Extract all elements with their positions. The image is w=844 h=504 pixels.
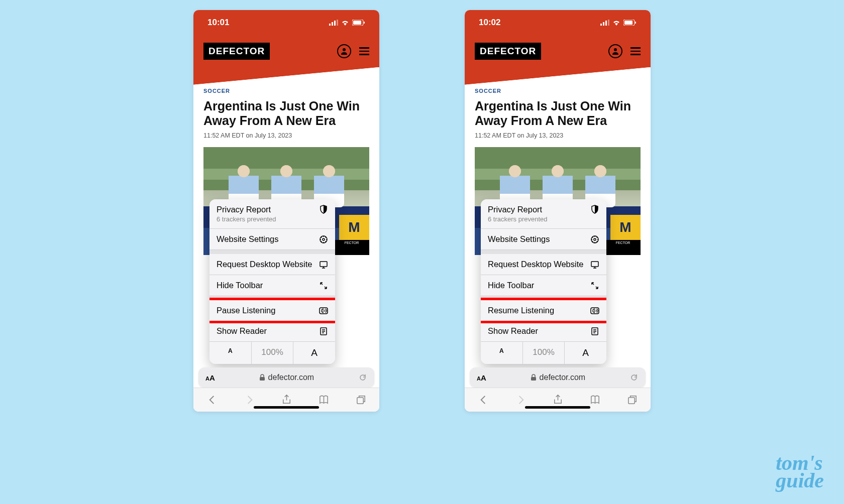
menu-icon[interactable]	[630, 47, 641, 55]
svg-rect-0	[329, 24, 331, 26]
address-domain: defector.com	[268, 373, 314, 382]
zoom-increase[interactable]: A	[565, 342, 606, 364]
phone-screenshot-left: 10:01 DEFECTOR SOCCER Argentina Is Just …	[193, 10, 379, 412]
svg-rect-29	[628, 398, 634, 404]
reload-icon[interactable]	[358, 373, 367, 382]
status-time: 10:01	[207, 18, 229, 28]
header-diagonal	[193, 67, 379, 85]
forward-icon[interactable]	[515, 394, 526, 406]
svg-point-9	[323, 238, 325, 240]
svg-rect-5	[353, 21, 361, 25]
expand-icon	[590, 281, 599, 290]
site-logo[interactable]: DEFECTOR	[203, 43, 270, 60]
menu-icon[interactable]	[359, 47, 369, 55]
lock-icon	[531, 374, 537, 381]
article-timestamp: 11:52 AM EDT on July 13, 2023	[203, 132, 369, 139]
reload-icon[interactable]	[629, 373, 639, 382]
svg-rect-18	[608, 20, 609, 26]
aa-button[interactable]: AA	[477, 373, 486, 382]
share-icon[interactable]	[281, 394, 292, 406]
menu-hide-toolbar[interactable]: Hide Toolbar	[209, 275, 335, 296]
shield-icon	[590, 205, 599, 214]
address-bar[interactable]: AA defector.com	[470, 367, 646, 388]
menu-show-reader[interactable]: Show Reader	[209, 321, 335, 342]
site-header: DEFECTOR	[193, 35, 379, 67]
svg-rect-16	[603, 22, 604, 26]
menu-zoom-row: A 100% A	[209, 342, 335, 364]
site-logo[interactable]: DEFECTOR	[475, 43, 541, 60]
aa-menu: Privacy Report 6 trackers prevented Webs…	[481, 199, 606, 364]
speaker-icon	[590, 306, 599, 315]
address-domain: defector.com	[540, 373, 586, 382]
menu-show-reader[interactable]: Show Reader	[481, 321, 606, 342]
aa-button[interactable]: AA	[205, 373, 215, 382]
status-icons	[600, 20, 637, 26]
desktop-icon	[590, 260, 599, 269]
aa-menu: Privacy Report 6 trackers prevented Webs…	[209, 199, 335, 364]
menu-privacy-report[interactable]: Privacy Report 6 trackers prevented	[209, 199, 335, 229]
svg-rect-28	[531, 377, 536, 381]
cellular-icon	[329, 20, 338, 26]
menu-privacy-title: Privacy Report	[217, 205, 276, 214]
gear-icon	[319, 235, 328, 244]
svg-rect-25	[591, 262, 598, 267]
gear-icon	[590, 235, 599, 244]
site-header: DEFECTOR	[465, 35, 651, 67]
zoom-percent[interactable]: 100%	[523, 342, 565, 364]
menu-resume-listening[interactable]: Resume Listening	[481, 298, 606, 323]
menu-request-desktop[interactable]: Request Desktop Website	[209, 254, 335, 275]
home-indicator	[254, 406, 319, 409]
wifi-icon	[612, 20, 620, 26]
share-icon[interactable]	[552, 394, 564, 406]
profile-icon[interactable]	[608, 44, 622, 58]
status-time: 10:02	[479, 18, 500, 28]
status-bar: 10:01	[193, 10, 379, 35]
svg-rect-21	[635, 22, 636, 24]
menu-privacy-title: Privacy Report	[488, 205, 548, 214]
forward-icon[interactable]	[244, 394, 255, 406]
menu-website-settings[interactable]: Website Settings	[481, 229, 606, 250]
battery-icon	[623, 20, 637, 26]
phone-screenshot-right: 10:02 DEFECTOR SOCCER Argentina Is Just …	[465, 10, 651, 412]
svg-rect-14	[357, 398, 363, 404]
status-bar: 10:02	[465, 10, 651, 35]
back-icon[interactable]	[478, 394, 489, 406]
menu-zoom-row: A 100% A	[481, 342, 606, 364]
article-headline: Argentina Is Just One Win Away From A Ne…	[203, 99, 369, 128]
menu-privacy-sub: 6 trackers prevented	[488, 215, 548, 223]
zoom-percent[interactable]: 100%	[252, 342, 294, 364]
svg-rect-6	[364, 22, 365, 24]
svg-point-24	[594, 238, 596, 240]
header-diagonal	[465, 67, 651, 85]
svg-point-7	[343, 48, 346, 51]
article-headline: Argentina Is Just One Win Away From A Ne…	[475, 99, 641, 128]
bookmarks-icon[interactable]	[318, 394, 330, 406]
menu-privacy-report[interactable]: Privacy Report 6 trackers prevented	[481, 199, 606, 229]
zoom-decrease[interactable]: A	[209, 342, 252, 364]
back-icon[interactable]	[206, 394, 218, 406]
article-category[interactable]: SOCCER	[203, 88, 369, 94]
status-icons	[329, 20, 365, 26]
desktop-icon	[319, 260, 328, 269]
menu-hide-toolbar[interactable]: Hide Toolbar	[481, 275, 606, 296]
menu-pause-listening[interactable]: Pause Listening	[209, 298, 335, 323]
svg-rect-15	[600, 24, 602, 26]
home-indicator	[525, 406, 590, 409]
profile-icon[interactable]	[337, 44, 351, 58]
article-category[interactable]: SOCCER	[475, 88, 641, 94]
bookmarks-icon[interactable]	[589, 394, 601, 406]
address-bar[interactable]: AA defector.com	[198, 367, 374, 388]
tabs-icon[interactable]	[626, 394, 638, 406]
cellular-icon	[600, 20, 609, 26]
zoom-increase[interactable]: A	[293, 342, 335, 364]
battery-icon	[352, 20, 365, 26]
menu-privacy-sub: 6 trackers prevented	[217, 215, 276, 223]
svg-rect-13	[260, 377, 265, 381]
zoom-decrease[interactable]: A	[481, 342, 523, 364]
menu-website-settings[interactable]: Website Settings	[209, 229, 335, 250]
menu-request-desktop[interactable]: Request Desktop Website	[481, 254, 606, 275]
watermark: tom's guide	[776, 454, 824, 490]
tabs-icon[interactable]	[355, 394, 367, 406]
svg-rect-10	[320, 262, 327, 267]
speaker-icon	[319, 306, 328, 315]
